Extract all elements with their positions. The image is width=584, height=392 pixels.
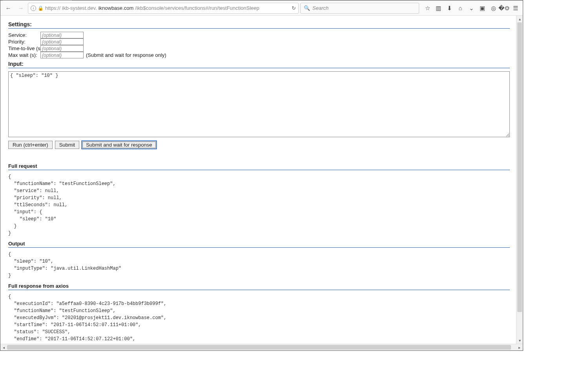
ttl-label: Time-to-live (s): <box>8 45 40 51</box>
back-button[interactable]: ← <box>3 3 14 14</box>
submit-button[interactable]: Submit <box>55 141 79 149</box>
toolbar-icons: ☆ ▥ ⬇ ⌂ ⌄ ▣ ◎ �⯐ ☰ <box>421 3 520 14</box>
horizontal-scrollbar[interactable]: ◂ ▸ <box>0 344 523 350</box>
full-response-body: { "executionId": "a5effaa0-8390-4c23-917… <box>8 293 510 344</box>
new-tab-button[interactable]: + <box>73 0 84 1</box>
home-icon[interactable]: ⌂ <box>455 3 465 14</box>
downloads-icon[interactable]: ⬇ <box>444 3 454 14</box>
browser-tab[interactable]: IKB iKnowBase Console × <box>2 0 73 1</box>
input-heading: Input: <box>8 61 510 68</box>
submit-wait-button[interactable]: Submit and wait for response <box>82 141 156 149</box>
scroll-right-icon[interactable]: ▸ <box>516 345 523 350</box>
scroll-track[interactable] <box>516 22 523 337</box>
vertical-scrollbar[interactable]: ▴ ▾ <box>516 16 523 344</box>
url-host: iknowbase.com <box>99 5 134 11</box>
search-placeholder: Search <box>312 5 328 11</box>
scroll-up-icon[interactable]: ▴ <box>516 16 523 22</box>
tab-strip: IKB iKnowBase Console × + — ☐ ✕ <box>0 0 523 1</box>
search-bar[interactable]: 🔍 Search <box>300 3 419 14</box>
page-content: Settings: Service: Priority: Time-to-liv… <box>0 16 516 344</box>
ttl-input[interactable] <box>40 45 84 52</box>
settings-grid: Service: Priority: Time-to-live (s): Max… <box>8 32 510 58</box>
maxwait-input[interactable] <box>40 52 84 58</box>
forward-button: → <box>15 3 26 14</box>
search-icon: 🔍 <box>304 5 310 11</box>
priority-input[interactable] <box>40 38 84 45</box>
pocket-icon[interactable]: ⌄ <box>466 3 476 14</box>
settings-heading: Settings: <box>8 21 510 29</box>
output-body: { "sleep": "10", "inputType": "java.util… <box>8 251 510 279</box>
service-input[interactable] <box>40 32 84 38</box>
maxwait-label: Max wait (s): <box>8 52 40 58</box>
sync-icon[interactable]: ◎ <box>488 3 498 14</box>
url-path: /ikb$console/services/functions#/run/tes… <box>135 5 259 11</box>
button-row: Run (ctrl+enter) Submit Submit and wait … <box>8 141 510 149</box>
content-wrap: Settings: Service: Priority: Time-to-liv… <box>0 16 523 344</box>
extension-icon[interactable]: ▣ <box>477 3 487 14</box>
scroll-left-icon[interactable]: ◂ <box>0 345 7 350</box>
address-bar[interactable]: i 🔒 https://ikb-systest.dev.iknowbase.co… <box>28 3 299 14</box>
site-info-icon[interactable]: i <box>31 5 36 11</box>
hscroll-thumb[interactable] <box>7 345 511 350</box>
screenshot-icon[interactable]: �⯐ <box>499 3 509 14</box>
navigation-bar: ← → i 🔒 https://ikb-systest.dev.iknowbas… <box>0 1 523 16</box>
service-label: Service: <box>8 32 40 38</box>
url-host-prefix: ikb-systest.dev. <box>62 5 97 11</box>
browser-window: IKB iKnowBase Console × + — ☐ ✕ ← → i 🔒 … <box>0 0 523 351</box>
full-request-body: { "functionName": "testFunctionSleep", "… <box>8 173 510 237</box>
hscroll-track[interactable] <box>7 344 516 350</box>
maxwait-hint: (Submit and wait for response only) <box>86 52 510 58</box>
lock-icon: 🔒 <box>38 5 44 11</box>
scroll-down-icon[interactable]: ▾ <box>516 337 523 344</box>
priority-label: Priority: <box>8 39 40 45</box>
reload-icon[interactable]: ↻ <box>292 5 296 11</box>
library-icon[interactable]: ▥ <box>433 3 443 14</box>
url-protocol: https:// <box>45 5 60 11</box>
menu-icon[interactable]: ☰ <box>510 3 520 14</box>
input-textarea[interactable] <box>8 71 510 137</box>
full-request-heading: Full request <box>8 163 510 170</box>
run-button[interactable]: Run (ctrl+enter) <box>8 141 53 149</box>
full-response-heading: Full response from axios <box>8 283 510 290</box>
output-heading: Output <box>8 241 510 248</box>
scroll-thumb[interactable] <box>517 22 522 312</box>
bookmark-star-icon[interactable]: ☆ <box>422 3 433 14</box>
